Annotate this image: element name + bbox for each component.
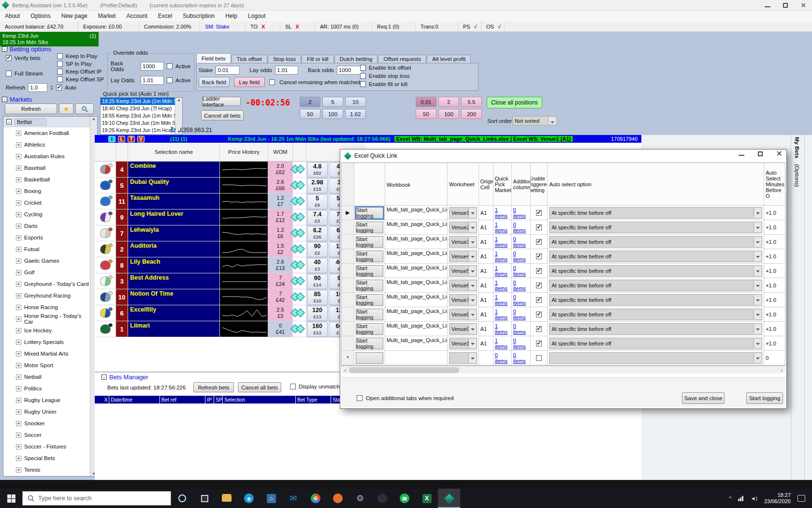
expand-icon[interactable] <box>16 409 21 415</box>
tree-root-betfair[interactable]: Betfair <box>3 117 90 127</box>
sidebar-sport-item[interactable]: Snooker <box>3 418 90 429</box>
back-price-button[interactable]: 90£2 <box>307 242 328 257</box>
media-app-icon[interactable] <box>371 489 393 508</box>
expand-icon[interactable] <box>16 433 21 438</box>
quick-pick-markets-link[interactable]: 0 items <box>495 352 510 364</box>
worksheet-select[interactable]: Venue1 <box>449 207 477 219</box>
expand-icon[interactable] <box>16 398 21 403</box>
file-explorer-icon[interactable] <box>216 489 238 508</box>
back-odds-fb-input[interactable]: 1000 <box>337 66 362 75</box>
expand-icon[interactable] <box>16 328 21 333</box>
workbook-cell[interactable]: Multi_tab_page_Quick_Links.xlsx <box>385 220 448 234</box>
menu-item[interactable]: Subscription <box>183 13 215 19</box>
menu-item[interactable]: New page <box>61 13 87 19</box>
start-logging-button[interactable]: Start logging <box>356 236 383 248</box>
store-icon[interactable]: ⌂ <box>260 489 282 508</box>
expand-icon[interactable] <box>16 177 21 182</box>
back-odds-active-checkbox[interactable] <box>167 63 173 69</box>
sidebar-sport-item[interactable]: Netball <box>3 371 90 383</box>
settings-icon[interactable]: ⚙ <box>349 489 371 508</box>
sidebar-sport-item[interactable]: Mixed Martial Arts <box>3 348 90 359</box>
close-all-positions-button[interactable]: Close all positions <box>487 97 542 108</box>
start-logging-button[interactable]: Start logging <box>356 251 383 262</box>
quick-pick-markets-link[interactable]: 1 items <box>495 323 510 335</box>
selection-name[interactable]: Notion Of Time <box>128 289 220 305</box>
workbook-cell[interactable]: Multi_tab_page_Quick_Links.xlsx <box>385 322 448 336</box>
enable-triggered-checkbox[interactable] <box>536 312 542 317</box>
stake-preset-button[interactable]: 5.5 <box>461 97 482 107</box>
keep-in-play-checkbox[interactable]: Keep In Play <box>57 53 97 59</box>
origin-cell[interactable]: A1 <box>479 293 493 307</box>
additional-columns-link[interactable]: 0 items <box>513 352 529 364</box>
back-odds-input[interactable]: 1000 <box>141 62 164 71</box>
sidebar-sport-item[interactable]: Esports <box>3 232 90 243</box>
menu-item[interactable]: Account <box>126 13 147 19</box>
auto-select-option-select[interactable]: At specific time before off <box>549 251 762 262</box>
quick-pick-markets-link[interactable]: 1 items <box>495 251 510 262</box>
auto-select-option-select[interactable] <box>549 352 762 364</box>
enable-tick-offset-checkbox[interactable]: Enable tick offset <box>360 65 411 71</box>
start-button[interactable] <box>0 489 22 508</box>
sidebar-sport-item[interactable]: Basketball <box>3 174 90 185</box>
chrome-icon[interactable] <box>304 489 327 508</box>
expand-icon[interactable] <box>16 142 21 148</box>
back-price-button[interactable]: 5£9 <box>307 194 328 209</box>
workbook-cell[interactable]: Multi_tab_page_Quick_Links.xlsx <box>385 206 448 220</box>
bets-table-column[interactable]: Bet ref <box>160 396 205 403</box>
menu-item[interactable]: Excel <box>158 13 172 19</box>
start-logging-button[interactable]: Start logging <box>356 338 383 349</box>
stake-preset-button[interactable]: 50 <box>416 109 436 119</box>
expand-icon[interactable] <box>16 444 21 449</box>
enable-triggered-checkbox[interactable] <box>536 341 542 346</box>
action-center-icon[interactable] <box>798 495 805 502</box>
expand-icon[interactable] <box>16 270 21 275</box>
sidebar-sport-item[interactable]: Soccer - Fixtures <box>3 441 90 452</box>
expand-icon[interactable] <box>16 456 21 461</box>
auto-select-option-select[interactable]: At specific time before off <box>549 207 762 219</box>
quick-pick-markets-link[interactable]: 1 items <box>495 338 510 349</box>
selection-name[interactable]: Tasaamuh <box>128 194 220 209</box>
sidebar-sport-item[interactable]: Futsal <box>3 243 90 255</box>
start-logging-button[interactable]: Start logging <box>356 265 383 277</box>
strategy-tab[interactable]: Dutch betting <box>334 55 378 63</box>
excel-icon[interactable]: X <box>416 489 438 508</box>
quick-pick-markets-link[interactable]: 1 items <box>495 207 510 219</box>
auto-select-option-select[interactable]: At specific time before off <box>549 222 762 233</box>
dialog-horizontal-scrollbar[interactable]: ‹ › <box>341 366 785 374</box>
stake-mode[interactable]: SM: Stake <box>200 21 246 31</box>
origin-cell[interactable]: A1 <box>479 206 493 220</box>
verify-bets-checkbox[interactable]: Verify bets <box>6 55 41 61</box>
quick-pick-markets-link[interactable]: 1 items <box>495 280 510 291</box>
volume-icon[interactable]: ◄) <box>750 495 757 501</box>
worksheet-select[interactable]: Venue3 <box>449 236 477 248</box>
minutes-before-cell[interactable]: +1.0 <box>764 293 785 307</box>
selection-name[interactable]: Excelfilly <box>128 305 220 321</box>
sidebar-sport-item[interactable]: Baseball <box>3 162 90 174</box>
quick-pick-markets-link[interactable]: 1 items <box>495 265 510 277</box>
expand-icon[interactable] <box>16 224 21 229</box>
sidebar-sport-item[interactable]: Politics <box>3 383 90 394</box>
cancel-all-bets-manager-button[interactable]: Cancel all bets <box>238 382 281 392</box>
expand-icon[interactable] <box>16 374 21 380</box>
collapse-icon[interactable] <box>2 46 7 52</box>
sidebar-sport-item[interactable]: Boxing <box>3 185 90 197</box>
sidebar-sport-item[interactable]: Tennis <box>3 464 90 476</box>
enable-stop-loss-checkbox[interactable]: Enable stop loss <box>360 73 409 79</box>
sidebar-sport-item[interactable]: Cycling <box>3 209 90 220</box>
expand-icon[interactable] <box>16 235 21 240</box>
expand-icon[interactable] <box>16 282 21 287</box>
quick-pick-item[interactable]: 18:55 Kemp 23rd Jun (1m Mdn Stks) <box>101 112 175 120</box>
stake-preset-button[interactable]: 100 <box>438 109 459 119</box>
workbook-cell[interactable]: Multi_tab_page_Quick_Links.xlsx <box>385 336 448 350</box>
back-price-button[interactable]: 4.8£82 <box>307 162 328 178</box>
worksheet-select[interactable]: Venue5 <box>449 265 477 277</box>
sidebar-sport-item[interactable]: Australian Rules <box>3 150 90 162</box>
spotify-icon[interactable]: ≋ <box>393 489 416 508</box>
origin-cell[interactable]: A1 <box>479 307 493 321</box>
enable-triggered-checkbox[interactable] <box>536 224 542 230</box>
minutes-before-cell[interactable]: +1.0 <box>764 206 785 220</box>
minutes-before-cell[interactable]: +1.0 <box>764 307 785 321</box>
strategy-tab[interactable]: Offset requests <box>378 55 426 63</box>
origin-cell[interactable]: A1 <box>479 278 493 292</box>
bets-table-column[interactable]: SP <box>214 396 223 403</box>
